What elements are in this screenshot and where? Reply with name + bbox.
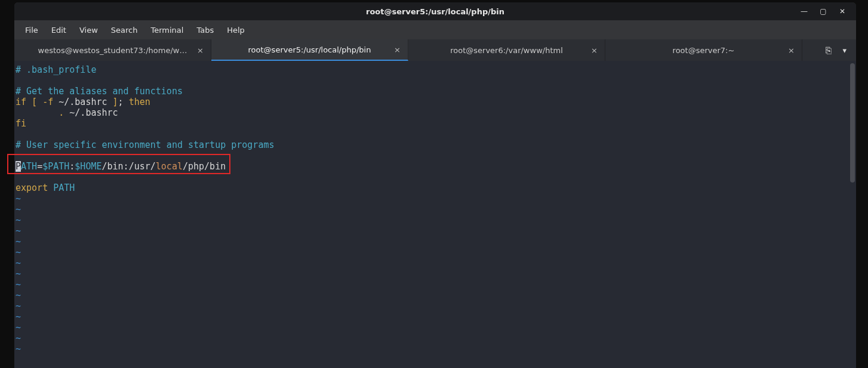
- window-controls: — ▢ ✕: [799, 2, 854, 20]
- menu-tabs[interactable]: Tabs: [190, 23, 220, 37]
- menu-file[interactable]: File: [19, 23, 44, 37]
- minimize-button[interactable]: —: [799, 6, 809, 17]
- code-var-path: PATH: [53, 183, 75, 193]
- close-icon[interactable]: ×: [394, 45, 401, 54]
- menu-search[interactable]: Search: [105, 23, 144, 37]
- code-path: ~/.bashrc: [53, 97, 112, 107]
- code-path: /bin:/usr/: [102, 161, 156, 172]
- scrollbar[interactable]: [850, 63, 855, 183]
- code-var: ATH: [21, 161, 37, 172]
- tab-1[interactable]: root@server5:/usr/local/php/bin ×: [211, 39, 408, 61]
- code-flag: -f: [42, 97, 53, 107]
- editor-cursor: P: [16, 161, 21, 172]
- tab-menu-icon[interactable]: ▾: [842, 46, 847, 55]
- close-icon[interactable]: ×: [591, 46, 598, 55]
- tab-0[interactable]: westos@westos_student73:/home/w… ×: [14, 39, 211, 61]
- code-local: local: [156, 161, 183, 172]
- menu-edit[interactable]: Edit: [45, 23, 72, 37]
- code-bracket: ]: [113, 97, 118, 107]
- menu-view[interactable]: View: [73, 23, 104, 37]
- code-keyword-export: export: [16, 183, 48, 193]
- code-indent: [16, 107, 59, 118]
- code-keyword-fi: fi: [16, 118, 26, 129]
- menu-terminal[interactable]: Terminal: [144, 23, 189, 37]
- code-bracket: [: [26, 97, 42, 107]
- code-var-dollar: $PATH: [42, 161, 69, 172]
- maximize-button[interactable]: ▢: [818, 6, 829, 17]
- code-path: ~/.bashrc: [69, 107, 118, 118]
- terminal-window: root@server5:/usr/local/php/bin — ▢ ✕ Fi…: [14, 2, 856, 368]
- tab-label: root@server7:~: [673, 46, 735, 55]
- close-icon[interactable]: ×: [197, 46, 204, 55]
- tabbar-actions: ⎘ ▾: [826, 39, 856, 61]
- code-space: [48, 183, 53, 193]
- code-comment: # .bash_profile: [16, 64, 96, 75]
- tab-3[interactable]: root@server7:~ ×: [605, 39, 802, 61]
- code-var-dollar: $HOME: [75, 161, 101, 172]
- code-punc: ;: [118, 97, 129, 107]
- code-dot: .: [59, 107, 69, 118]
- code-comment: # Get the aliases and functions: [16, 86, 183, 97]
- tab-label: root@server6:/var/www/html: [450, 46, 563, 55]
- tabbar: westos@westos_student73:/home/w… × root@…: [14, 39, 856, 61]
- code-keyword-then: then: [129, 97, 150, 107]
- close-window-button[interactable]: ✕: [837, 6, 848, 17]
- code-comment: # User specific environment and startup …: [16, 140, 274, 150]
- tilde-lines: ~ ~ ~ ~ ~ ~ ~ ~ ~ ~ ~ ~ ~ ~ ~: [16, 193, 21, 354]
- code-punc: =: [37, 161, 42, 172]
- tab-label: root@server5:/usr/local/php/bin: [248, 45, 371, 54]
- terminal-area[interactable]: # .bash_profile # Get the aliases and fu…: [14, 61, 856, 368]
- menu-help[interactable]: Help: [221, 23, 251, 37]
- titlebar: root@server5:/usr/local/php/bin — ▢ ✕: [14, 2, 856, 20]
- close-icon[interactable]: ×: [788, 46, 795, 55]
- terminal-content: # .bash_profile # Get the aliases and fu…: [16, 64, 849, 354]
- new-tab-icon[interactable]: ⎘: [826, 45, 832, 56]
- code-keyword-if: if: [16, 97, 26, 107]
- code-path: /php/bin: [183, 161, 226, 172]
- code-punc: :: [69, 161, 75, 172]
- window-title: root@server5:/usr/local/php/bin: [366, 7, 504, 16]
- tab-2[interactable]: root@server6:/var/www/html ×: [408, 39, 605, 61]
- menubar: File Edit View Search Terminal Tabs Help: [14, 20, 856, 39]
- tab-label: westos@westos_student73:/home/w…: [38, 46, 187, 55]
